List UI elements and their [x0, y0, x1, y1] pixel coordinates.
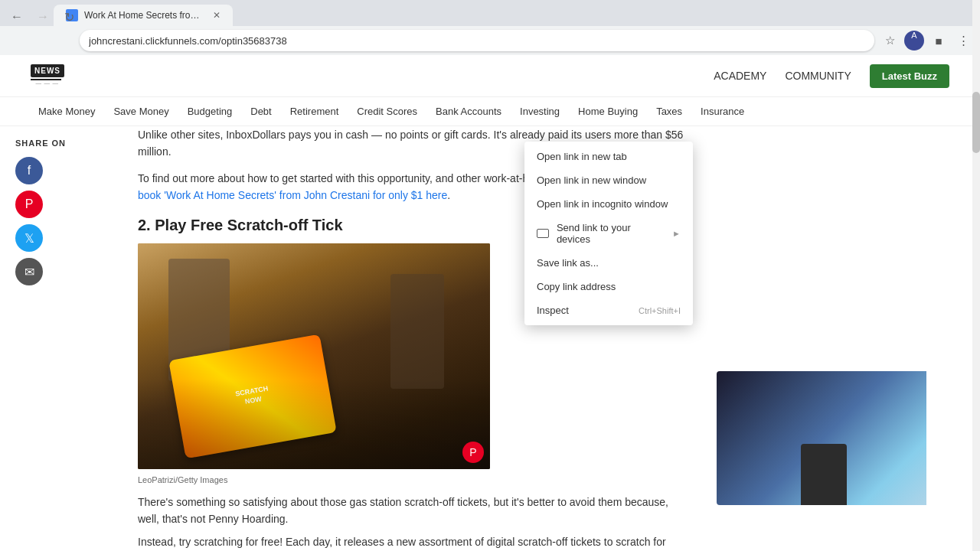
image-caption: LeoPatrizi/Getty Images [138, 475, 689, 484]
scrollbar[interactable] [972, 0, 980, 551]
header-nav: ACADEMY COMMUNITY Latest Buzz [714, 64, 949, 88]
nav-retirement[interactable]: Retirement [283, 99, 347, 123]
article-image: SCRATCHNOW P [138, 243, 490, 469]
context-menu-inspect[interactable]: Inspect Ctrl+Shift+I [524, 298, 693, 322]
profile-avatar: A [904, 31, 924, 51]
community-link[interactable]: COMMUNITY [785, 70, 851, 82]
context-menu-copy-link[interactable]: Copy link address [524, 275, 693, 298]
pinterest-image-badge[interactable]: P [462, 442, 484, 463]
video-figure [801, 444, 847, 505]
nav-investing[interactable]: Investing [512, 99, 567, 123]
tab-close-button[interactable]: ✕ [213, 10, 220, 21]
device-icon [537, 229, 549, 238]
nav-insurance[interactable]: Insurance [693, 99, 752, 123]
site-logo: NEWS ⸻⸻⸻ [31, 64, 64, 87]
scrollbar-thumb[interactable] [972, 92, 980, 153]
article-paragraph-4: Instead, try scratching for free! Each d… [138, 533, 689, 551]
pinterest-share-button[interactable]: P [15, 191, 43, 218]
back-button[interactable]: ← [6, 6, 28, 28]
browser-toolbar: ☆ A ■ ⋮ [0, 26, 980, 55]
context-menu-open-new-tab[interactable]: Open link in new tab [524, 145, 693, 168]
latest-buzz-button[interactable]: Latest Buzz [870, 64, 949, 88]
context-menu-open-incognito[interactable]: Open link in incognito window [524, 192, 693, 216]
bookmark-button[interactable]: ☆ [879, 30, 900, 51]
sub-arrow-icon: ► [672, 229, 681, 238]
nav-taxes[interactable]: Taxes [648, 99, 690, 123]
menu-button[interactable]: ⋮ [952, 30, 974, 51]
inspect-shortcut: Ctrl+Shift+I [639, 306, 681, 315]
nav-save-money[interactable]: Save Money [106, 99, 176, 123]
logo-badge: NEWS [31, 64, 64, 77]
browser-tabs: ← → ↻ Work At Home Secrets from John Cre… [0, 0, 980, 26]
share-icons: f P 𝕏 ✉ [15, 157, 107, 285]
context-menu: Open link in new tab Open link in new wi… [524, 142, 693, 325]
toolbar-icons: ☆ A ■ ⋮ [879, 30, 974, 51]
context-menu-save-link[interactable]: Save link as... [524, 251, 693, 275]
nav-debt[interactable]: Debt [243, 99, 279, 123]
page-content: NEWS ⸻⸻⸻ ACADEMY COMMUNITY Latest Buzz M… [0, 55, 980, 551]
share-label: SHARE ON [15, 139, 107, 148]
twitter-share-button[interactable]: 𝕏 [15, 224, 43, 252]
nav-budgeting[interactable]: Budgeting [180, 99, 240, 123]
context-menu-send-to-devices[interactable]: Send link to your devices ► [524, 216, 693, 251]
browser-tab[interactable]: Work At Home Secrets from John Crestani … [54, 5, 233, 26]
address-bar[interactable] [80, 30, 874, 51]
nav-credit-scores[interactable]: Credit Scores [349, 99, 425, 123]
extensions-button[interactable]: ■ [928, 30, 949, 51]
reload-button[interactable]: ↻ [58, 6, 80, 28]
nav-home-buying[interactable]: Home Buying [570, 99, 645, 123]
profile-button[interactable]: A [903, 30, 925, 51]
tab-title: Work At Home Secrets from John Crestani [84, 10, 207, 21]
context-menu-open-new-window[interactable]: Open link in new window [524, 168, 693, 192]
article-paragraph-3: There's something so satisfying about th… [138, 494, 689, 528]
facebook-share-button[interactable]: f [15, 157, 43, 184]
share-sidebar: SHARE ON f P 𝕏 ✉ [0, 126, 122, 551]
site-header: NEWS ⸻⸻⸻ ACADEMY COMMUNITY Latest Buzz [0, 55, 980, 97]
article-area: SHARE ON f P 𝕏 ✉ Unlike other sites, Inb… [0, 126, 980, 551]
image-overlay [138, 379, 490, 469]
email-share-button[interactable]: ✉ [15, 258, 43, 285]
browser-chrome: ← → ↻ Work At Home Secrets from John Cre… [0, 0, 980, 55]
nav-bank-accounts[interactable]: Bank Accounts [428, 99, 509, 123]
video-thumbnail[interactable] [717, 371, 926, 505]
nav-make-money[interactable]: Make Money [31, 99, 103, 123]
main-nav: Make Money Save Money Budgeting Debt Ret… [0, 97, 980, 126]
right-column [704, 126, 926, 551]
academy-link[interactable]: ACADEMY [714, 70, 766, 82]
forward-button[interactable]: → [32, 6, 54, 28]
